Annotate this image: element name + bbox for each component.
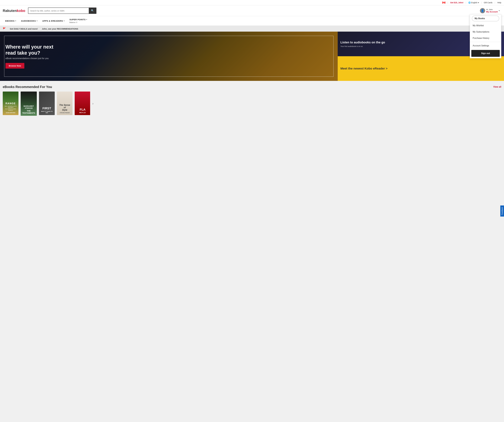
language-label: English (471, 1, 477, 4)
divider-2: | (466, 1, 466, 4)
divider-3: | (481, 1, 482, 4)
language-selector[interactable]: 🌐 English ▾ (468, 1, 479, 4)
browse-now-button[interactable]: Browse Now (6, 63, 24, 69)
logo-link[interactable]: Rakuten kobo (3, 9, 25, 13)
avatar-icon: 👤 (481, 9, 484, 12)
arrow-right-icon: › (92, 102, 93, 106)
book-cover-3: FIRST WHAT IT TAKES TO WIN (39, 91, 55, 115)
super-points-balance: Balance: 0 (69, 21, 77, 23)
hero-ereader-panel[interactable]: Meet the newest Kobo eReader > (338, 56, 504, 81)
globe-icon: 🌐 (468, 1, 471, 4)
audiobook-subtitle: Your first audiobook is on us (340, 45, 385, 47)
hero-title: Where will your next read take you? (6, 44, 60, 56)
account-button[interactable]: 👤 Hi, John My Account ▾ (478, 7, 501, 14)
lang-chevron-icon: ▾ (478, 1, 479, 4)
promo-bar: 🚩 Get DAILY DEALS and more! John, see yo… (0, 26, 504, 32)
logo-rakuten: Rakuten (3, 9, 17, 13)
ebooks-chevron-icon: ▾ (15, 20, 16, 22)
my-wishlist-link[interactable]: My Wishlist (470, 22, 501, 29)
top-bar: 🇨🇦 | Get $15, John! | 🌐 English ▾ | Gift… (0, 0, 504, 5)
nav-ebooks[interactable]: eBOOKS ▾ (3, 18, 19, 24)
search-input[interactable] (28, 8, 89, 13)
apps-chevron-icon: ▾ (64, 20, 65, 22)
audiobooks-chevron-icon: ▾ (37, 20, 37, 22)
book-cover-5: FLA MICH LEV (75, 91, 90, 115)
canada-flag-icon: 🇨🇦 (442, 1, 445, 4)
hero-main: Where will your next read take you? eBoo… (0, 32, 338, 81)
book-card-4[interactable]: The SenseofStyle STEVEN PINKER (57, 91, 73, 116)
nav-super-label: SUPER POINTS (69, 18, 86, 21)
books-header: eBooks Recommended For You View all (3, 85, 501, 89)
account-label: My Account (486, 11, 498, 13)
account-text: Hi, John My Account (486, 8, 498, 13)
daily-deals-text[interactable]: Get DAILY DEALS and more! (10, 28, 38, 30)
hero-subtitle: eBook recommendations chosen just for yo… (6, 57, 60, 60)
book-card-5[interactable]: FLA MICH LEV (75, 91, 90, 116)
search-icon: 🔍 (91, 9, 94, 12)
account-chevron-icon: ▾ (499, 10, 500, 12)
account-settings-link[interactable]: Account Settings (470, 42, 501, 49)
books-section: eBooks Recommended For You View all RANG… (0, 81, 504, 119)
account-dropdown-menu: My Books My Wishlist My Subscriptions Pu… (470, 14, 501, 58)
super-chevron-icon: ▾ (86, 19, 87, 20)
ereader-title: Meet the newest Kobo eReader > (340, 67, 387, 71)
books-grid: RANGE WHY GENERALISTS TRIUMPHIN A SPECIA… (3, 91, 90, 116)
books-section-title: eBooks Recommended For You (3, 85, 52, 89)
nav-audiobooks[interactable]: AUDIOBOOKS ▾ (19, 18, 40, 24)
sign-out-button[interactable]: Sign out (471, 50, 500, 57)
nav-apps-ereaders[interactable]: APPS & eREADERS ▾ (40, 18, 67, 24)
book-cover-2: MARGARETATWOOD THETESTAMENTS (21, 91, 37, 116)
audiobook-title: Listen to audiobooks on the go (340, 41, 385, 44)
search-button[interactable]: 🔍 (89, 8, 96, 13)
nav-audiobooks-label: AUDIOBOOKS (21, 20, 36, 22)
hero-section: Where will your next read take you? eBoo… (0, 32, 504, 81)
divider-4: | (495, 1, 495, 4)
hero-content: Where will your next read take you? eBoo… (6, 44, 60, 68)
my-books-link[interactable]: My Books (472, 16, 499, 21)
view-all-link[interactable]: View all (493, 86, 501, 88)
nav-apps-label: APPS & eREADERS (42, 20, 63, 22)
book-cover-4: The SenseofStyle STEVEN PINKER (57, 91, 73, 115)
recommendations-text[interactable]: John, see your RECOMMENDATIONS (42, 28, 78, 30)
header: Rakuten kobo 🔍 👤 Hi, John My Account ▾ M… (0, 5, 504, 16)
nav-super-points[interactable]: SUPER POINTS ▾ Balance: 0 (67, 16, 90, 26)
nav-ebooks-label: eBOOKS (5, 20, 14, 22)
logo-kobo: kobo (17, 9, 25, 13)
help-link[interactable]: Help (497, 1, 501, 4)
gift-cards-link[interactable]: Gift Cards (484, 1, 492, 4)
search-bar: 🔍 (28, 7, 96, 14)
purchase-history-link[interactable]: Purchase History (470, 35, 501, 41)
next-books-button[interactable]: › (90, 102, 96, 106)
book-card-1[interactable]: RANGE WHY GENERALISTS TRIUMPHIN A SPECIA… (3, 91, 18, 116)
account-greeting: Hi, John (486, 8, 498, 11)
book-card-2[interactable]: MARGARETATWOOD THETESTAMENTS (21, 91, 37, 116)
account-area: 👤 Hi, John My Account ▾ My Books My Wish… (478, 7, 501, 14)
dropdown-divider (470, 42, 501, 42)
nav-bar: eBOOKS ▾ AUDIOBOOKS ▾ APPS & eREADERS ▾ … (0, 16, 504, 26)
my-subscriptions-link[interactable]: My Subscriptions (470, 29, 501, 35)
flag-area: 🇨🇦 (442, 1, 445, 4)
promo-text[interactable]: Get $15, John! (450, 1, 463, 4)
divider-1: | (448, 1, 448, 4)
book-card-3[interactable]: FIRST WHAT IT TAKES TO WIN (39, 91, 55, 116)
avatar: 👤 (480, 8, 485, 13)
promo-flag-icon: 🚩 (3, 27, 6, 30)
book-cover-1: RANGE WHY GENERALISTS TRIUMPHIN A SPECIA… (3, 91, 18, 115)
